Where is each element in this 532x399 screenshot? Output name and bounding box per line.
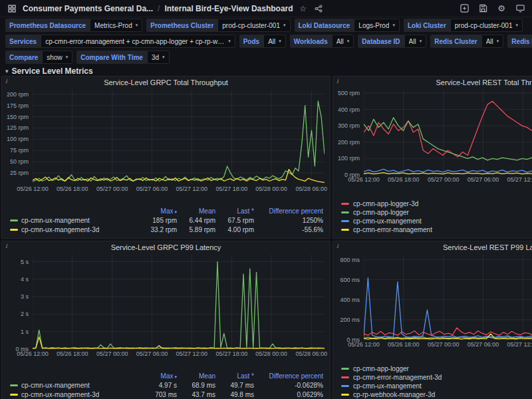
- legend-column-header[interactable]: Max▾: [138, 207, 177, 215]
- variable-value-dropdown[interactable]: cp-cmn-error-management + cp-cmn-app-log…: [41, 35, 235, 48]
- variable-label: Redis Cluster: [430, 35, 481, 48]
- section-header-service-level-metrics[interactable]: ▾ Service Level Metrics: [5, 66, 93, 76]
- panel-rest-total-throughput: i Service-Level REST Total Throughput 50…: [332, 76, 532, 239]
- legend-column-header[interactable]: Last *: [215, 372, 254, 380]
- panel-title[interactable]: Service-Level GRPC Total Throughput: [2, 76, 330, 88]
- variable-database-id: Database IDAll▾: [358, 35, 426, 48]
- legend-series-name[interactable]: cp-cmn-ux-mangement-3d: [21, 226, 99, 233]
- variable-selected-value: prod-cp-cluster-001: [222, 22, 280, 29]
- y-axis-label: 300 rpm: [338, 122, 360, 129]
- plot-area[interactable]: [364, 90, 532, 175]
- share-icon[interactable]: [313, 3, 324, 14]
- variable-prometheus-cluster: Prometheus Clusterprod-cp-cluster-001▾: [146, 19, 290, 32]
- legend-series-name[interactable]: cp-cmn-error-management-3d: [353, 374, 442, 381]
- breadcrumb-dashboard-title[interactable]: Consumer Payments General Da...: [23, 4, 153, 13]
- variable-label: Pods: [239, 35, 263, 48]
- variable-value-dropdown[interactable]: All▾: [481, 35, 504, 48]
- chevron-down-icon: ▾: [162, 55, 165, 60]
- series-line-cp-cmn-ux-mangement-3d: [33, 337, 325, 348]
- panel-title[interactable]: Service-Level GRPC P99 Latency: [2, 241, 330, 253]
- series-line-cp-cmn-ux-mangement: [364, 278, 532, 338]
- filter-row-3: Compareshow▾Compare With Time3d▾: [5, 51, 532, 64]
- variable-value-dropdown[interactable]: Logs-Prod▾: [354, 19, 400, 32]
- x-axis-label: 05/26 12:00: [17, 350, 49, 357]
- legend-series-name[interactable]: cp-cmn-ux-mangement: [21, 217, 90, 224]
- legend-value: 6.44 rpm: [177, 217, 215, 224]
- chart-canvas: [33, 90, 325, 184]
- variable-selected-value: cp-cmn-error-management + cp-cmn-app-log…: [45, 38, 225, 45]
- panel-info-icon[interactable]: i: [2, 241, 11, 250]
- panel-info-icon[interactable]: i: [333, 241, 342, 250]
- variable-value-dropdown[interactable]: prod-cp-cluster-001▾: [450, 19, 523, 32]
- legend-value: 49.8 ms: [215, 391, 254, 398]
- variable-label: Loki Datasource: [295, 19, 354, 32]
- panel-info-icon[interactable]: i: [333, 76, 342, 85]
- x-axis-label: 05/27 06:00: [136, 350, 168, 357]
- add-panel-icon[interactable]: [459, 3, 469, 14]
- x-axis-label: 05/27 06:00: [467, 341, 499, 348]
- x-axis: 05/26 12:0005/26 18:0005/27 00:0005/27 0…: [364, 340, 532, 349]
- plot-area[interactable]: [33, 255, 325, 349]
- variable-value-dropdown[interactable]: All▾: [404, 35, 427, 48]
- legend-series-name[interactable]: cp-cmn-ux-mangement: [353, 217, 422, 225]
- favorite-star-icon[interactable]: ☆: [298, 3, 309, 14]
- legend-series: cp-cmn-ux-mangement: [10, 382, 138, 389]
- x-axis-label: 05/27 12:00: [507, 176, 532, 183]
- legend-series-name[interactable]: cp-cmn-ux-mangement-3d: [21, 391, 99, 398]
- x-axis-label: 05/26 18:00: [388, 341, 420, 348]
- legend-column-header[interactable]: Last *: [215, 207, 254, 215]
- series-line-cp-cmn-app-logger: [364, 118, 532, 161]
- legend-value: 703 ms: [138, 391, 177, 398]
- y-axis: 200 rpm175 rpm150 rpm125 rpm100 rpm75 rp…: [2, 90, 33, 184]
- variable-value-dropdown[interactable]: All▾: [263, 35, 286, 48]
- series-color-marker: [10, 394, 18, 396]
- legend-series-name[interactable]: cp-cmn-ux-mangement: [21, 382, 90, 389]
- y-axis: 800 ms600 ms400 ms200 ms0 ms: [333, 255, 364, 340]
- x-axis-label: 05/26 12:00: [348, 176, 380, 183]
- series-color-marker: [341, 376, 349, 378]
- variable-value-dropdown[interactable]: Metrics-Prod▾: [90, 19, 142, 32]
- panel-title[interactable]: Service-Level REST P99 Latency: [333, 241, 532, 253]
- panel-info-icon[interactable]: i: [2, 76, 11, 85]
- x-axis-label: 05/27 12:00: [507, 341, 532, 348]
- dashboard-settings-icon[interactable]: ⚙: [496, 3, 507, 14]
- topnav-actions: ⚙: [459, 3, 525, 14]
- variable-label: Compare: [5, 51, 42, 64]
- legend-value: -0.0628%: [254, 382, 323, 389]
- legend-column-header[interactable]: Max▾: [138, 372, 177, 380]
- legend-column-header[interactable]: Mean: [177, 372, 215, 380]
- y-axis-label: 25 rpm: [10, 170, 29, 176]
- breadcrumb-page-title: Internal Bird-Eye-View Dashboard: [164, 4, 293, 13]
- variable-selected-value: All: [268, 38, 275, 45]
- panel-title[interactable]: Service-Level REST Total Throughput: [333, 76, 532, 88]
- plot-area[interactable]: [33, 90, 325, 184]
- legend-series-name[interactable]: cp-cmn-error-management: [353, 226, 432, 233]
- series-line-cp-cmn-error-management: [364, 173, 532, 174]
- y-axis-label: 5 s: [21, 259, 29, 265]
- chevron-down-icon: ▾: [66, 55, 68, 60]
- x-axis: 05/26 12:0005/26 18:0005/27 00:0005/27 0…: [33, 185, 325, 194]
- variable-label: Prometheus Datasource: [5, 19, 90, 32]
- variable-value-dropdown[interactable]: 3d▾: [147, 51, 170, 64]
- variable-redis-cluster: Redis ClusterAll▾: [430, 35, 503, 48]
- save-dashboard-icon[interactable]: [477, 3, 488, 14]
- variable-value-dropdown[interactable]: show▾: [42, 51, 72, 64]
- legend-column-header[interactable]: Difference percent: [254, 372, 323, 380]
- legend-column-header[interactable]: Mean: [177, 207, 215, 215]
- variable-value-dropdown[interactable]: All▾: [332, 35, 354, 48]
- apps-grid-icon[interactable]: [7, 3, 17, 14]
- variable-prometheus-datasource: Prometheus DatasourceMetrics-Prod▾: [5, 19, 142, 32]
- legend-series-name[interactable]: cp-cmn-app-logger-3d: [353, 200, 418, 207]
- cycle-view-icon[interactable]: [515, 3, 525, 14]
- legend-column-header[interactable]: Difference percent: [254, 207, 323, 215]
- variable-value-dropdown[interactable]: prod-cp-cluster-001▾: [217, 19, 290, 32]
- legend-list: cp-cmn-app-logger-3dcp-cmn-app-loggercp-…: [341, 200, 532, 234]
- plot-area[interactable]: [364, 255, 532, 340]
- legend-value: -55.6%: [254, 226, 323, 233]
- legend-series-name[interactable]: cp-cmn-app-logger: [353, 209, 409, 216]
- legend-series-name[interactable]: cp-cmn-ux-mangement: [353, 382, 422, 390]
- variable-loki-cluster: Loki Clusterprod-cp-cluster-001▾: [404, 19, 523, 32]
- legend-series-name[interactable]: cp-rp-webhook-manager-3d: [353, 391, 435, 398]
- chevron-down-icon: ▾: [497, 39, 499, 44]
- legend-series-name[interactable]: cp-cmn-app-logger: [353, 365, 409, 372]
